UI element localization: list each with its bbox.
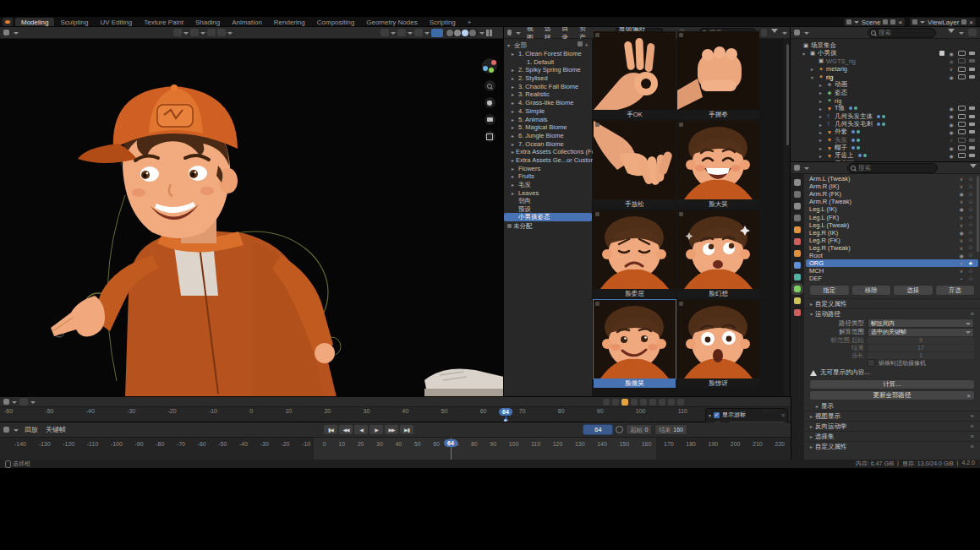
- step-value[interactable]: 1: [868, 352, 974, 359]
- transport-button[interactable]: ▶▮: [400, 425, 413, 434]
- outliner-row[interactable]: ▾ rig: [791, 73, 980, 80]
- shading-solid-icon[interactable]: [454, 30, 461, 36]
- screen-visibility-icon[interactable]: [958, 138, 966, 143]
- properties-tab-icon[interactable]: [794, 286, 801, 292]
- expander-icon[interactable]: ▸: [819, 106, 824, 112]
- outliner-row[interactable]: ▸ 牙齿上: [791, 152, 980, 160]
- visibility-eye-icon[interactable]: [956, 268, 966, 274]
- outliner-row[interactable]: 场景集合: [791, 41, 980, 49]
- bone-collection-row[interactable]: Leg.R (Tweak): [806, 244, 978, 252]
- expander-icon[interactable]: ▸: [512, 67, 517, 73]
- solo-star-icon[interactable]: [966, 244, 975, 251]
- transform-orientation-icon[interactable]: [381, 29, 389, 36]
- new-scene-icon[interactable]: [890, 19, 895, 25]
- catalog-root[interactable]: ▾全部 +: [504, 41, 592, 50]
- dope-header-icon[interactable]: [640, 399, 647, 406]
- catalog-item[interactable]: ▸ 3. Realistic: [504, 90, 592, 99]
- camera-visibility-icon[interactable]: [969, 130, 975, 133]
- asset-tile[interactable]: 脸惊讶: [677, 300, 759, 388]
- dope-sheet-content[interactable]: ◆: [0, 417, 791, 422]
- screen-visibility-icon[interactable]: [958, 122, 966, 127]
- solo-star-icon[interactable]: [966, 191, 975, 198]
- proportional-editing-icon[interactable]: [414, 29, 423, 36]
- filter-icon[interactable]: [948, 29, 955, 36]
- modifier-icon[interactable]: [858, 154, 862, 157]
- bone-collection-row[interactable]: Arm.L (Tweak): [806, 175, 978, 182]
- solo-star-icon[interactable]: [966, 229, 975, 236]
- solo-star-icon[interactable]: [966, 268, 975, 275]
- visibility-eye-icon[interactable]: [956, 260, 966, 266]
- transport-button[interactable]: ▶▶: [385, 425, 398, 434]
- expander-icon[interactable]: ▸: [512, 149, 514, 155]
- data-icon[interactable]: [857, 146, 860, 150]
- screen-visibility-icon[interactable]: [958, 74, 966, 79]
- visibility-eye-icon[interactable]: [956, 191, 966, 197]
- playhead-frame-pill[interactable]: 64: [499, 408, 512, 416]
- properties-tab-icon[interactable]: [794, 309, 801, 316]
- dope-header-icon[interactable]: [603, 399, 610, 406]
- outliner-search-input[interactable]: [868, 28, 936, 38]
- data-icon[interactable]: [863, 154, 867, 157]
- bone-collection-row[interactable]: MCH: [806, 267, 978, 275]
- zoom-icon[interactable]: [485, 80, 495, 91]
- data-icon[interactable]: [854, 106, 857, 110]
- catalog-item[interactable]: ▸ Extra Assets Collections (For Sca...: [504, 148, 592, 156]
- modifier-icon[interactable]: [851, 146, 855, 150]
- bone-collection-row[interactable]: Arm.R (FK): [806, 190, 978, 198]
- overlays-toggle-icon[interactable]: [486, 30, 492, 36]
- catalog-item[interactable]: ▸ 毛发: [504, 181, 592, 189]
- workspace-tab[interactable]: Scripting: [424, 18, 462, 27]
- unlink-scene-icon[interactable]: ×: [898, 19, 902, 26]
- expander-icon[interactable]: ▸: [819, 113, 824, 119]
- action-button[interactable]: 选择: [893, 285, 933, 296]
- expander-icon[interactable]: ▸: [512, 141, 517, 147]
- eye-icon[interactable]: [948, 58, 955, 64]
- visibility-eye-icon[interactable]: [956, 215, 966, 221]
- expander-icon[interactable]: ▸: [811, 66, 816, 72]
- shading-wireframe-icon[interactable]: [446, 30, 453, 36]
- calc-range-dropdown[interactable]: 选中的关键帧: [868, 328, 974, 337]
- bone-collection-row[interactable]: Arm.R (IK): [806, 182, 978, 190]
- bone-collection-row[interactable]: Leg.R (IK): [806, 229, 978, 237]
- data-icon[interactable]: [882, 115, 885, 118]
- catalog-item[interactable]: 朝向: [504, 197, 592, 205]
- catalog-item[interactable]: ▸ 4. Grass-like Biome: [504, 99, 592, 107]
- expander-icon[interactable]: ▸: [512, 124, 517, 130]
- camera-view-icon[interactable]: [485, 114, 495, 125]
- pin-icon[interactable]: [883, 19, 888, 25]
- new-view-layer-icon[interactable]: [961, 19, 966, 25]
- catalog-item[interactable]: ▸ Fruits: [504, 172, 592, 181]
- expander-icon[interactable]: ▸: [819, 98, 824, 104]
- gizmo-toggle-icon[interactable]: [431, 29, 443, 37]
- dope-header-icon[interactable]: [659, 399, 665, 406]
- action-button[interactable]: 移除: [851, 285, 892, 296]
- modifier-icon[interactable]: [851, 130, 855, 133]
- workspace-tab[interactable]: Modeling: [15, 18, 54, 27]
- asset-tile[interactable]: 脸幻想: [677, 210, 759, 298]
- modifier-icon[interactable]: [849, 106, 852, 110]
- eye-icon[interactable]: [948, 106, 955, 112]
- visibility-eye-icon[interactable]: [956, 253, 966, 259]
- expander-icon[interactable]: ▾: [811, 74, 816, 80]
- action-button[interactable]: 弃选: [935, 285, 976, 296]
- visibility-eye-icon[interactable]: [956, 222, 966, 228]
- view-menu-icon[interactable]: [190, 29, 199, 36]
- catalog-item[interactable]: ▸ 1. Clean Forest Biome: [504, 50, 592, 58]
- scrollbar[interactable]: [977, 176, 979, 252]
- toggle-perspective-icon[interactable]: [485, 131, 495, 142]
- dope-mode-dropdown[interactable]: [19, 398, 28, 406]
- editor-type-icon[interactable]: [3, 399, 9, 405]
- frame-start-field[interactable]: 起始0: [626, 424, 652, 435]
- editor-type-icon[interactable]: [3, 30, 9, 35]
- expander-icon[interactable]: ▾: [802, 51, 808, 57]
- eye-icon[interactable]: [948, 153, 955, 159]
- catalog-item[interactable]: ▸ 3. Chaotic Fall Biome: [504, 82, 592, 90]
- workspace-tab[interactable]: Rendering: [268, 18, 311, 27]
- screen-visibility-icon[interactable]: [958, 114, 966, 119]
- action-button[interactable]: 指定: [809, 285, 850, 296]
- move-view-icon[interactable]: [485, 97, 495, 108]
- expander-icon[interactable]: ▸: [512, 84, 517, 90]
- filter-icon[interactable]: [771, 29, 778, 36]
- visibility-eye-icon[interactable]: [956, 183, 966, 189]
- expander-icon[interactable]: ▸: [512, 108, 517, 114]
